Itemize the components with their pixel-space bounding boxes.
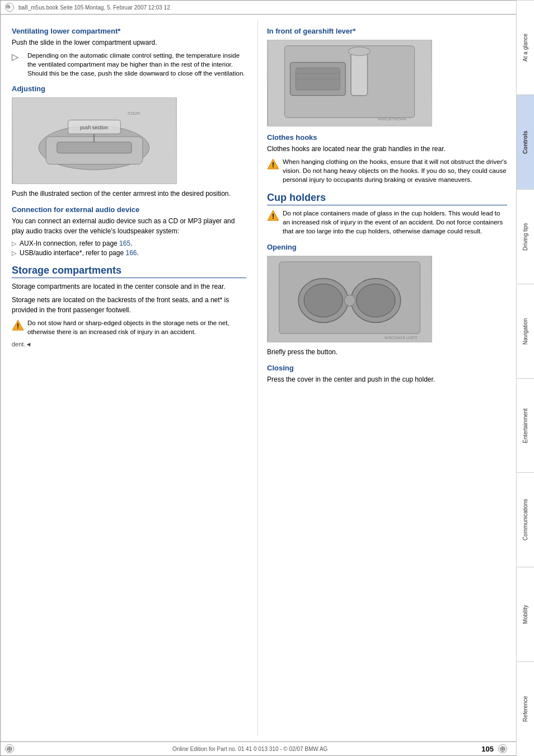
usb-text: USB/audio interface*, refer to page 166. bbox=[20, 249, 139, 257]
ventilating-note: ▷ Depending on the automatic climate con… bbox=[12, 51, 246, 78]
sidebar-tab-entertainment[interactable]: Entertainment bbox=[517, 378, 534, 473]
right-column: In front of gearshift lever* bbox=[258, 20, 516, 736]
note-arrow-icon: ▷ bbox=[12, 51, 24, 64]
sidebar-tab-reference[interactable]: Reference bbox=[517, 661, 534, 756]
opening-section: Opening bbox=[267, 243, 507, 357]
sidebar-tab-communications[interactable]: Communications bbox=[517, 472, 534, 567]
page-number: 105 bbox=[481, 745, 494, 753]
sidebar-tab-navigation[interactable]: Navigation bbox=[517, 284, 534, 378]
clothes-hooks-body: Clothes hooks are located near the grab … bbox=[267, 144, 507, 154]
ventilating-section: Ventilating lower compartment* Push the … bbox=[12, 27, 246, 78]
svg-rect-15 bbox=[351, 51, 368, 96]
cup-warning-text: Do not place containers made of glass in… bbox=[283, 209, 507, 236]
ventilating-body: Push the slide in the lower compartment … bbox=[12, 37, 246, 48]
left-column: Ventilating lower compartment* Push the … bbox=[1, 20, 258, 736]
cup-holders-section: Cup holders ! Do not place containers ma… bbox=[267, 192, 507, 384]
closing-title: Closing bbox=[267, 364, 507, 372]
svg-text:W9C34G6 U0P5: W9C34G6 U0P5 bbox=[385, 335, 418, 340]
adjusting-caption: Push the illustrated section of the cent… bbox=[12, 189, 246, 199]
storage-warning-text: Do not stow hard or sharp-edged objects … bbox=[27, 318, 246, 336]
clothes-warning-icon: ! bbox=[267, 158, 279, 170]
ventilating-title: Ventilating lower compartment* bbox=[12, 27, 246, 35]
aux-bullet: AUX-In connection, refer to page 165. bbox=[12, 240, 246, 247]
storage-body1: Storage compartments are located in the … bbox=[12, 281, 246, 292]
gearshift-section: In front of gearshift lever* bbox=[267, 27, 507, 126]
file-info: ba8_m5us.book Seite 105 Montag, 5. Febru… bbox=[18, 4, 170, 11]
adjusting-title: Adjusting bbox=[12, 84, 246, 93]
cup-warning-icon: ! bbox=[267, 209, 279, 222]
armrest-image: push section 51826 bbox=[12, 97, 177, 184]
sidebar-tab-at-a-glance[interactable]: At a glance bbox=[517, 0, 534, 95]
closing-section: Closing Press the cover in the center an… bbox=[267, 364, 507, 384]
storage-body2: Storage nets are located on the backrest… bbox=[12, 295, 246, 315]
opening-title: Opening bbox=[267, 243, 507, 251]
cup-holders-warning: ! Do not place containers made of glass … bbox=[267, 209, 507, 236]
connection-body: You can connect an external audio device… bbox=[12, 216, 246, 236]
sidebar-tab-controls[interactable]: Controls bbox=[517, 95, 534, 189]
gearshift-image: W9E3PR854A bbox=[267, 40, 432, 126]
clothes-hooks-warning: ! When hanging clothing on the hooks, en… bbox=[267, 157, 507, 184]
footer-copyright: Online Edition for Part no. 01 41 0 013 … bbox=[172, 746, 328, 752]
closing-body: Press the cover in the center and push i… bbox=[267, 374, 507, 384]
connection-title: Connection for external audio device bbox=[12, 205, 246, 214]
svg-text:!: ! bbox=[17, 322, 19, 330]
opening-body: Briefly press the button. bbox=[267, 347, 507, 357]
aux-text: AUX-In connection, refer to page 165. bbox=[20, 240, 132, 247]
warning-triangle-icon: ! bbox=[12, 319, 24, 331]
svg-text:push section: push section bbox=[80, 125, 108, 131]
clothes-warning-text: When hanging clothing on the hooks, ensu… bbox=[283, 157, 507, 184]
ventilating-note-text: Depending on the automatic climate contr… bbox=[27, 51, 246, 78]
clothes-hooks-title: Clothes hooks bbox=[267, 133, 507, 142]
page-footer: ⊕ Online Edition for Part no. 01 41 0 01… bbox=[1, 741, 516, 755]
storage-warning: ! Do not stow hard or sharp-edged object… bbox=[12, 318, 246, 336]
storage-back-ref: dent.◄ bbox=[12, 340, 246, 349]
svg-point-16 bbox=[348, 47, 370, 56]
usb-bullet: USB/audio interface*, refer to page 166. bbox=[12, 249, 246, 257]
svg-point-32 bbox=[344, 295, 355, 306]
footer-crosshair-right: ⊕ bbox=[498, 744, 507, 753]
footer-crosshair-left: ⊕ bbox=[5, 744, 14, 753]
sidebar-tab-driving-tips[interactable]: Driving tips bbox=[517, 189, 534, 284]
svg-text:W9E3PR854A: W9E3PR854A bbox=[378, 116, 407, 121]
connection-section: Connection for external audio device You… bbox=[12, 205, 246, 257]
adjusting-section: Adjusting bbox=[12, 84, 246, 199]
clothes-hooks-section: Clothes hooks Clothes hooks are located … bbox=[267, 133, 507, 184]
gearshift-title: In front of gearshift lever* bbox=[267, 27, 507, 35]
svg-text:!: ! bbox=[272, 161, 274, 169]
sidebar-tab-mobility[interactable]: Mobility bbox=[517, 567, 534, 661]
svg-point-31 bbox=[357, 284, 395, 317]
storage-title: Storage compartments bbox=[12, 265, 246, 278]
svg-text:51826: 51826 bbox=[128, 111, 140, 116]
cupholders-image: W9C34G6 U0P5 bbox=[267, 256, 432, 342]
svg-text:!: ! bbox=[272, 213, 274, 220]
cup-holders-title: Cup holders bbox=[267, 192, 507, 205]
storage-section: Storage compartments Storage compartment… bbox=[12, 265, 246, 349]
page-header: ⊕ ba8_m5us.book Seite 105 Montag, 5. Feb… bbox=[1, 1, 516, 15]
crosshair-icon: ⊕ bbox=[5, 3, 14, 12]
svg-point-29 bbox=[304, 284, 343, 317]
sidebar: At a glance Controls Driving tips Naviga… bbox=[516, 0, 534, 756]
